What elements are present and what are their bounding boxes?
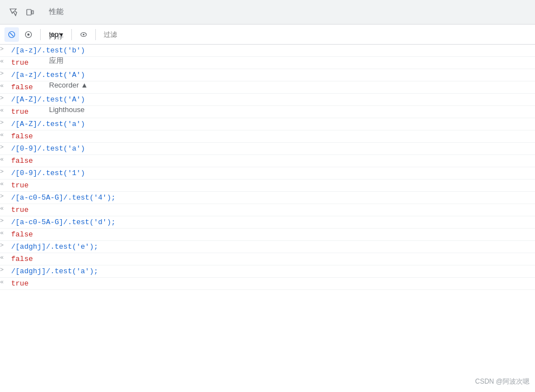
command-text: /[A-Z]/.test('a') bbox=[9, 119, 535, 129]
console-row: >/[A-Z]/.test('A') bbox=[0, 94, 535, 106]
toolbar-divider-3 bbox=[95, 29, 96, 40]
result-arrow: « bbox=[0, 156, 9, 163]
command-text: /[adghj]/.test('a'); bbox=[9, 267, 535, 276]
device-icon[interactable] bbox=[22, 4, 38, 20]
tab-性能[interactable]: 性能 bbox=[41, 0, 96, 25]
command-text: /[a-c0-5A-G]/.test('4'); bbox=[9, 193, 535, 202]
console-row: «true bbox=[0, 204, 535, 216]
command-arrow: > bbox=[0, 242, 9, 249]
console-row: >/[0-9]/.test('a') bbox=[0, 143, 535, 155]
result-arrow: « bbox=[0, 279, 9, 285]
console-output: >/[a-z]/.test('b')«true>/[a-z]/.test('A'… bbox=[0, 45, 535, 392]
command-text: /[A-Z]/.test('A') bbox=[9, 95, 535, 104]
command-arrow: > bbox=[0, 70, 9, 77]
result-arrow: « bbox=[0, 107, 9, 114]
console-row: >/[adghj]/.test('a'); bbox=[0, 265, 535, 278]
console-row: «true bbox=[0, 57, 535, 69]
command-arrow: > bbox=[0, 119, 9, 126]
command-arrow: > bbox=[0, 193, 9, 200]
svg-rect-1 bbox=[32, 11, 33, 14]
svg-line-3 bbox=[10, 33, 13, 36]
command-text: /[a-z]/.test('b') bbox=[9, 46, 535, 55]
command-text: /[a-c0-5A-G]/.test('d'); bbox=[9, 217, 535, 227]
console-row: >/[a-z]/.test('b') bbox=[0, 45, 535, 57]
result-arrow: « bbox=[0, 58, 9, 65]
console-row: >/[adghj]/.test('e'); bbox=[0, 241, 535, 253]
toolbar-divider bbox=[40, 29, 41, 40]
console-row: «true bbox=[0, 180, 535, 192]
result-arrow: « bbox=[0, 205, 9, 212]
clear-console-button[interactable] bbox=[4, 27, 19, 42]
console-row: >/[a-c0-5A-G]/.test('4'); bbox=[0, 192, 535, 204]
command-arrow: > bbox=[0, 95, 9, 101]
console-row: «false bbox=[0, 229, 535, 241]
devtools-icons bbox=[2, 4, 41, 20]
command-text: /[0-9]/.test('1') bbox=[9, 168, 535, 178]
console-row: «false bbox=[0, 81, 535, 94]
toolbar-divider-2 bbox=[71, 29, 72, 40]
console-row: >/[a-z]/.test('A') bbox=[0, 69, 535, 81]
filter-input[interactable] bbox=[100, 30, 212, 40]
result-arrow: « bbox=[0, 132, 9, 138]
command-text: /[a-z]/.test('A') bbox=[9, 70, 535, 80]
eye-button[interactable] bbox=[76, 27, 91, 42]
inspect-icon[interactable] bbox=[6, 4, 21, 20]
command-text: /[adghj]/.test('e'); bbox=[9, 242, 535, 251]
console-row: «false bbox=[0, 253, 535, 265]
result-arrow: « bbox=[0, 254, 9, 261]
result-text: true bbox=[9, 58, 535, 67]
dropdown-arrow: ▾ bbox=[60, 31, 63, 38]
command-text: /[0-9]/.test('a') bbox=[9, 144, 535, 153]
result-text: false bbox=[9, 156, 535, 166]
command-arrow: > bbox=[0, 168, 9, 175]
svg-rect-0 bbox=[27, 9, 31, 15]
result-arrow: « bbox=[0, 230, 9, 236]
tab-bar: 元素控制台源代码网络性能内存应用Recorder ▲Lighthouse bbox=[0, 0, 535, 25]
command-arrow: > bbox=[0, 267, 9, 273]
console-row: >/[a-c0-5A-G]/.test('d'); bbox=[0, 216, 535, 229]
result-text: true bbox=[9, 107, 535, 117]
result-arrow: « bbox=[0, 83, 9, 89]
console-row: «false bbox=[0, 130, 535, 143]
console-row: «false bbox=[0, 155, 535, 167]
result-arrow: « bbox=[0, 181, 9, 187]
console-row: >/[A-Z]/.test('a') bbox=[0, 118, 535, 130]
result-text: true bbox=[9, 181, 535, 190]
console-row: «true bbox=[0, 106, 535, 118]
command-arrow: > bbox=[0, 46, 9, 52]
result-text: false bbox=[9, 230, 535, 239]
context-label: top bbox=[49, 31, 59, 38]
watermark: CSDN @阿波次嗯 bbox=[475, 377, 529, 386]
result-text: true bbox=[9, 279, 535, 288]
svg-point-5 bbox=[27, 33, 30, 36]
console-row: >/[0-9]/.test('1') bbox=[0, 167, 535, 180]
result-text: true bbox=[9, 205, 535, 215]
command-arrow: > bbox=[0, 144, 9, 151]
context-selector[interactable]: top ▾ bbox=[45, 29, 67, 40]
stop-recording-button[interactable] bbox=[21, 27, 36, 42]
console-row: «true bbox=[0, 278, 535, 290]
command-arrow: > bbox=[0, 217, 9, 224]
result-text: false bbox=[9, 254, 535, 264]
result-text: false bbox=[9, 83, 535, 92]
svg-point-7 bbox=[82, 33, 84, 35]
result-text: false bbox=[9, 132, 535, 141]
